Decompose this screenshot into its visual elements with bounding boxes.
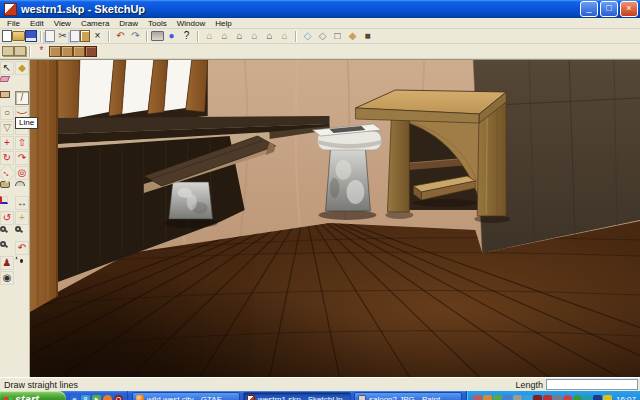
- wood-texture-icon-3[interactable]: [73, 46, 85, 57]
- zoom-extents-tool[interactable]: [0, 241, 6, 247]
- media-player-icon[interactable]: ▸: [92, 395, 101, 400]
- tray-icon-9[interactable]: [553, 395, 562, 400]
- quicktime-icon[interactable]: Q: [114, 395, 123, 400]
- tray-icon-13[interactable]: [593, 395, 602, 400]
- length-input[interactable]: [546, 379, 638, 390]
- menu-draw[interactable]: Draw: [114, 19, 143, 28]
- tray-icon-4[interactable]: [503, 395, 512, 400]
- dimension-tool[interactable]: ↔: [15, 196, 29, 210]
- wood-texture-icon-1[interactable]: [49, 46, 61, 57]
- close-button[interactable]: ×: [620, 1, 638, 17]
- protractor-tool[interactable]: [15, 181, 25, 186]
- 3d-viewport[interactable]: [30, 60, 640, 377]
- internet-explorer-icon[interactable]: e: [70, 395, 79, 400]
- menu-view[interactable]: View: [49, 19, 76, 28]
- title-bar[interactable]: westrn1.skp - SketchUp _ □ ×: [0, 0, 640, 18]
- start-label: start: [15, 393, 39, 400]
- make-component-icon[interactable]: [45, 30, 55, 42]
- tray-icon-14[interactable]: [603, 395, 612, 400]
- print-icon[interactable]: [151, 31, 164, 41]
- view-front-icon[interactable]: ⌂: [232, 30, 247, 43]
- wood-texture-icon-2[interactable]: [61, 46, 73, 57]
- view-back-icon[interactable]: ⌂: [262, 30, 277, 43]
- orbit-tool[interactable]: ↺: [0, 211, 14, 225]
- shaded-mode-icon[interactable]: ◆: [345, 30, 360, 43]
- polygon-tool[interactable]: ▽: [0, 121, 14, 135]
- eraser-tool[interactable]: [0, 76, 10, 82]
- menu-window[interactable]: Window: [172, 19, 210, 28]
- minimize-button[interactable]: _: [580, 1, 598, 17]
- move-tool[interactable]: +: [0, 136, 14, 150]
- tray-icon-11[interactable]: [573, 395, 582, 400]
- tray-icon-3[interactable]: [493, 395, 502, 400]
- new-icon[interactable]: [2, 30, 12, 42]
- line-tool[interactable]: /: [15, 91, 29, 105]
- copy-icon[interactable]: [70, 30, 80, 42]
- offset-tool[interactable]: ◎: [15, 166, 29, 180]
- walk-tool[interactable]: [15, 256, 18, 260]
- firefox-icon[interactable]: [103, 395, 112, 400]
- tray-icon-10[interactable]: [563, 395, 572, 400]
- tape-measure-tool[interactable]: [0, 181, 10, 188]
- zoom-window-tool[interactable]: [15, 226, 21, 232]
- task-button-firefox[interactable]: wild west city - GTAF...: [132, 392, 240, 400]
- view-left-icon[interactable]: ⌂: [277, 30, 292, 43]
- separator: [29, 46, 31, 57]
- paint-bucket-tool[interactable]: ◆: [15, 61, 29, 75]
- wood-texture-icon-4[interactable]: [85, 46, 97, 57]
- textured-mode-icon[interactable]: ■: [360, 30, 375, 43]
- redo-icon[interactable]: ↷: [128, 30, 143, 43]
- select-tool[interactable]: ↖: [0, 61, 14, 75]
- undo-icon[interactable]: ↶: [113, 30, 128, 43]
- tray-icon-6[interactable]: [523, 395, 532, 400]
- tray-icon-12[interactable]: [583, 395, 592, 400]
- zoom-previous-tool[interactable]: ↶: [15, 241, 29, 255]
- push-pull-tool[interactable]: ⇧: [15, 136, 29, 150]
- task-button-paint[interactable]: saloon2.JPG - Paint: [354, 392, 462, 400]
- menu-file[interactable]: File: [2, 19, 25, 28]
- save-icon[interactable]: [25, 30, 37, 42]
- circle-tool[interactable]: ○: [0, 106, 14, 120]
- help-icon[interactable]: ?: [179, 30, 194, 43]
- rectangle-tool[interactable]: [0, 91, 10, 98]
- wall-column[interactable]: [30, 60, 58, 312]
- menu-help[interactable]: Help: [210, 19, 236, 28]
- tan-stack-icon-1[interactable]: [2, 46, 14, 56]
- status-bar: Draw straight lines Length: [0, 377, 640, 391]
- color-by-layer-icon[interactable]: ●: [164, 30, 179, 43]
- follow-me-tool[interactable]: ↷: [15, 151, 29, 165]
- look-around-tool[interactable]: ◉: [0, 271, 14, 285]
- view-right-icon[interactable]: ⌂: [247, 30, 262, 43]
- drawing-area[interactable]: [30, 60, 640, 377]
- tray-icon-8[interactable]: [543, 395, 552, 400]
- task-button-sketchup[interactable]: westrn1.skp - SketchUp: [243, 392, 351, 400]
- tray-icon-7[interactable]: [533, 395, 542, 400]
- tray-icon-1[interactable]: [473, 395, 482, 400]
- tray-icon-5[interactable]: [513, 395, 522, 400]
- zoom-tool[interactable]: [0, 226, 6, 232]
- tray-icon-2[interactable]: [483, 395, 492, 400]
- pan-tool[interactable]: +: [15, 211, 29, 225]
- menu-tools[interactable]: Tools: [143, 19, 172, 28]
- red-figure-icon[interactable]: *: [34, 45, 49, 58]
- hiddenline-mode-icon[interactable]: □: [330, 30, 345, 43]
- menu-camera[interactable]: Camera: [76, 19, 114, 28]
- position-camera-tool[interactable]: ♟: [0, 256, 14, 270]
- wireframe-mode-icon[interactable]: ◇: [315, 30, 330, 43]
- view-top-icon[interactable]: ⌂: [217, 30, 232, 43]
- paste-icon[interactable]: [80, 30, 90, 42]
- menu-edit[interactable]: Edit: [25, 19, 49, 28]
- erase-icon[interactable]: ×: [90, 30, 105, 43]
- axes-tool[interactable]: [0, 196, 8, 204]
- main-area: ↖◆/○)▽~+⇧↻↷↔◎↔↺+↶♟◉: [0, 59, 640, 377]
- task-label: saloon2.JPG - Paint: [369, 395, 440, 400]
- view-iso-icon[interactable]: ⌂: [202, 30, 217, 43]
- open-icon[interactable]: [12, 31, 25, 41]
- tan-stack-icon-2[interactable]: [14, 46, 26, 56]
- cut-icon[interactable]: ✂: [55, 30, 70, 43]
- maximize-button[interactable]: □: [600, 1, 618, 17]
- xray-mode-icon[interactable]: ◇: [300, 30, 315, 43]
- messenger-icon[interactable]: 8: [81, 395, 90, 400]
- start-button[interactable]: start: [0, 391, 66, 400]
- status-message: Draw straight lines: [2, 380, 515, 390]
